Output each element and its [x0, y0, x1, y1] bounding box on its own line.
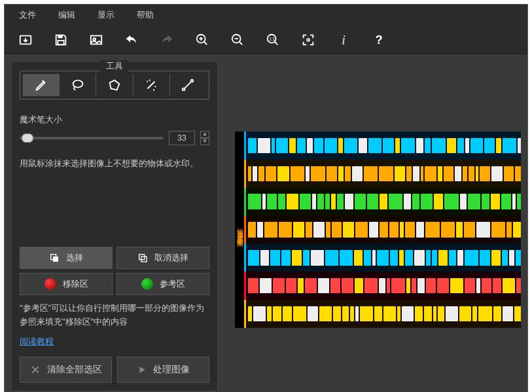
menubar: 文件 编辑 显示 帮助 [5, 5, 527, 26]
svg-point-12 [183, 88, 185, 91]
svg-rect-1 [58, 35, 62, 38]
menu-view[interactable]: 显示 [88, 7, 124, 24]
menu-help[interactable]: 帮助 [128, 7, 163, 24]
tool-polygon[interactable] [96, 74, 133, 96]
svg-text:?: ? [376, 33, 383, 46]
svg-text:1:1: 1:1 [270, 36, 275, 41]
close-icon [30, 365, 41, 375]
svg-point-11 [73, 80, 82, 88]
tool-wand[interactable] [133, 74, 170, 96]
menu-file[interactable]: 文件 [10, 7, 45, 24]
tool-lasso[interactable] [60, 74, 96, 96]
tool-palette [20, 71, 209, 99]
image-preview: 短视频从业者必备指南 [235, 132, 516, 328]
remove-area-button[interactable]: 移除区 [20, 273, 113, 295]
process-button[interactable]: 处理图像 [117, 357, 209, 383]
brush-size-label: 魔术笔大小 [20, 114, 209, 126]
zoom-out-button[interactable] [228, 31, 247, 49]
brush-hint: 用鼠标涂抹来选择图像上不想要的物体或水印。 [20, 157, 209, 171]
red-dot-icon [44, 278, 56, 290]
copy-icon [49, 253, 60, 263]
info-button[interactable]: i [334, 31, 353, 49]
tool-marker[interactable] [23, 74, 60, 96]
brush-size-value[interactable]: 33 [169, 131, 195, 145]
svg-rect-15 [53, 257, 58, 262]
green-dot-icon [141, 278, 153, 290]
undo-button[interactable] [122, 31, 141, 49]
spin-down[interactable]: ▼ [200, 138, 209, 145]
deselect-button[interactable]: 取消选择 [116, 247, 209, 269]
help-button[interactable]: ? [370, 31, 388, 49]
spin-up[interactable]: ▲ [200, 131, 209, 138]
redo-button[interactable] [158, 31, 176, 49]
ref-desc: "参考区"可以让你自行控制用哪一部分的图像作为参照来填充"移除区"中的内容 [20, 302, 209, 329]
side-panel: 工具 魔术笔大小 33 ▲▼ 用鼠标涂抹来选择图像上不想要的物体或水印。 选择 … [11, 61, 218, 391]
zoom-actual-button[interactable]: 1:1 [264, 31, 282, 49]
image-button[interactable] [87, 31, 105, 49]
zoom-in-button[interactable] [193, 31, 211, 49]
tutorial-link[interactable]: 阅读教程 [20, 336, 209, 347]
menu-edit[interactable]: 编辑 [49, 7, 84, 24]
canvas-area[interactable]: 短视频从业者必备指南 [222, 61, 521, 391]
play-icon [137, 365, 147, 374]
save-button[interactable] [52, 31, 70, 49]
zoom-fit-button[interactable] [299, 31, 317, 49]
toolbar: 1:1 i ? [5, 26, 527, 54]
copy-outline-icon [137, 253, 148, 263]
open-button[interactable] [16, 31, 35, 49]
svg-point-13 [191, 80, 194, 82]
app-window: 文件 编辑 显示 帮助 1:1 i ? 工具 魔术笔大小 33 ▲▼ 用鼠标涂抹… [4, 4, 528, 392]
brush-size-slider[interactable] [20, 133, 164, 143]
svg-point-9 [307, 39, 310, 41]
clear-selection-button[interactable]: 清除全部选区 [20, 357, 112, 383]
tool-line[interactable] [170, 74, 206, 96]
tools-title: 工具 [101, 60, 128, 72]
ref-area-button[interactable]: 参考区 [116, 273, 209, 295]
select-button[interactable]: 选择 [20, 247, 113, 269]
svg-rect-2 [58, 40, 63, 44]
